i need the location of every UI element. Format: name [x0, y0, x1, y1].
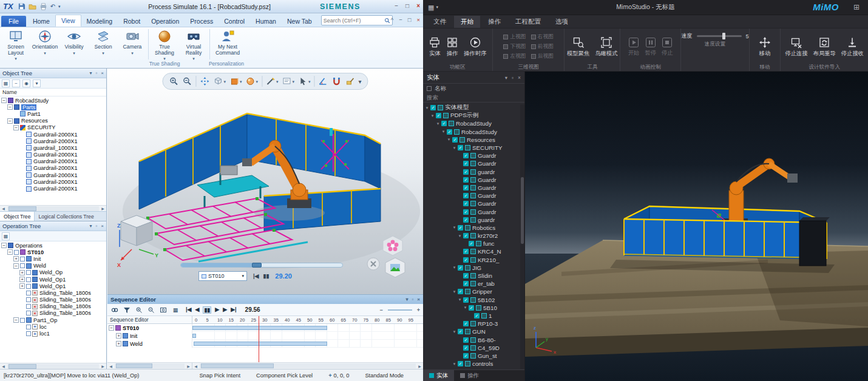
note-icon[interactable]	[282, 76, 292, 86]
entity-tree-item[interactable]: ✓Guardr	[423, 184, 524, 192]
tree-view-icon[interactable]: ▦	[2, 79, 10, 87]
timeline-zoom-out-icon[interactable]: −	[379, 307, 382, 313]
panel-menu-icon[interactable]: ▾	[89, 70, 92, 76]
scroll-thumb[interactable]	[8, 206, 36, 211]
checkbox-icon[interactable]: ✓	[458, 289, 463, 294]
pin-icon[interactable]: ▫	[95, 70, 97, 76]
entity-tree-item[interactable]: ✓Guardr	[423, 160, 524, 167]
tab-control[interactable]: Control	[219, 16, 250, 27]
menu-item-0[interactable]: 文件	[427, 16, 453, 28]
tree-item-guardrail-2000x1[interactable]: Guardrail-2000X1	[0, 158, 106, 165]
checkbox-icon[interactable]: ✓	[463, 177, 469, 183]
ribbon-collapse-icon[interactable]: ^	[391, 16, 393, 23]
filter-icon[interactable]	[123, 306, 131, 314]
tree-item-weld-op[interactable]: +Weld_Op	[0, 269, 106, 276]
scroll-right-icon[interactable]: ▶	[416, 363, 423, 369]
markup-icon[interactable]	[266, 76, 276, 86]
doc-restore-button[interactable]: □	[408, 16, 412, 23]
entity-tree-item[interactable]: ✓RP10-3	[423, 320, 524, 328]
seq-skip-start-button[interactable]: |◀	[186, 306, 191, 314]
tab-view[interactable]: View	[55, 15, 81, 27]
anim-pause-button[interactable]: 暂停	[645, 37, 656, 57]
tree-item-loc[interactable]: +loc	[0, 323, 106, 330]
entity-tree-item[interactable]: ✓B6-80-	[423, 335, 524, 343]
expander-icon[interactable]: +	[19, 270, 25, 275]
view-button-4[interactable]: 前视图	[531, 42, 554, 52]
checkbox-icon[interactable]	[26, 331, 31, 336]
entity-tree-item[interactable]: ▾✓Gripper	[423, 288, 524, 295]
minimize-button[interactable]: −	[395, 2, 398, 9]
entity-tree-item[interactable]: ✓C4_59D	[423, 344, 524, 352]
expander-icon[interactable]: −	[109, 325, 114, 331]
speed-slider-handle[interactable]	[722, 33, 725, 39]
checkbox-icon[interactable]	[26, 277, 31, 282]
menu-item-1[interactable]: 开始	[454, 16, 480, 28]
timeline-zoom-slider[interactable]	[388, 309, 412, 311]
doc-minimize-button[interactable]: −	[399, 16, 402, 23]
anim-start-button[interactable]: 开始	[628, 37, 640, 57]
slider-handle[interactable]	[252, 263, 262, 268]
entity-tree-item[interactable]: ✓Guardr	[423, 207, 524, 215]
view-button-0[interactable]: 上视图	[503, 33, 526, 42]
component-pick-level[interactable]: Component Pick Level	[256, 373, 313, 379]
expander-icon[interactable]: −	[1, 243, 7, 248]
maximize-button[interactable]: □	[405, 2, 409, 9]
expander-icon[interactable]: ▾	[430, 113, 435, 118]
checkbox-icon[interactable]	[26, 291, 31, 295]
collapse-all-icon[interactable]: −	[12, 79, 20, 87]
tree-item-security[interactable]: −SECURITY	[0, 124, 106, 131]
entity-tree-item[interactable]: ✓Slidin	[423, 272, 524, 280]
expander-icon[interactable]: −	[7, 118, 13, 124]
tree-view-icon[interactable]: ▦	[2, 232, 10, 240]
checkbox-icon[interactable]	[26, 311, 31, 315]
link-icon[interactable]	[110, 306, 119, 314]
expander-icon[interactable]: +	[13, 256, 19, 261]
timeline-playhead[interactable]	[259, 316, 259, 362]
scroll-thumb[interactable]	[116, 363, 152, 368]
expander-icon[interactable]: ▾	[452, 225, 457, 230]
search-input[interactable]	[324, 18, 384, 24]
checkbox-icon[interactable]: ✓	[463, 161, 469, 166]
checkbox-icon[interactable]	[26, 297, 31, 302]
panel-close-icon[interactable]: ×	[101, 223, 104, 229]
entity-tree-item[interactable]: ▾✓SECURITY	[423, 144, 524, 152]
expander-icon[interactable]: −	[13, 125, 19, 130]
tab-new-tab[interactable]: New Tab	[282, 16, 317, 27]
view-button-3[interactable]: 右视图	[531, 33, 554, 42]
checkbox-icon[interactable]: ✓	[430, 105, 436, 110]
undo-dropdown-icon[interactable]: ▾	[58, 4, 61, 9]
checkbox-icon[interactable]: ✓	[463, 257, 469, 263]
entity-tree-item[interactable]: ✓Gun_st	[423, 352, 524, 360]
entity-tree-item[interactable]: ✓Guardr	[423, 176, 524, 184]
tab-process[interactable]: Process	[185, 16, 219, 27]
flower-hex-button[interactable]	[383, 236, 402, 255]
checkbox-icon[interactable]	[26, 304, 31, 309]
checkbox-icon[interactable]: ✓	[436, 113, 441, 118]
checkbox-icon[interactable]: ✓	[474, 313, 480, 319]
my-next-command-button[interactable]: My Next Command	[212, 29, 243, 56]
scroll-right-icon[interactable]: ▶	[100, 206, 106, 212]
virtual-reality-button[interactable]: Virtual Reality▾	[180, 29, 208, 61]
scroll-thumb[interactable]	[8, 364, 36, 369]
expander-icon[interactable]: −	[7, 249, 13, 255]
tree-item-operations[interactable]: −Operations	[0, 242, 106, 249]
entity-tree-item[interactable]: ▾✓5B10	[423, 304, 524, 312]
tree-item-weld[interactable]: −Weld	[0, 263, 106, 269]
measure-icon[interactable]	[319, 76, 328, 86]
checkbox-icon[interactable]: ✓	[463, 297, 469, 303]
search-field[interactable]: 搜索	[423, 93, 524, 103]
pin-icon[interactable]: ▫	[512, 75, 514, 81]
screen-layout-button[interactable]: Screen Layout▾	[2, 29, 30, 61]
tab-operation[interactable]: Operation	[146, 16, 185, 27]
zoom-out-icon[interactable]	[182, 76, 192, 86]
layout-window-icon[interactable]: ⊞	[853, 3, 860, 12]
tree-item-guardrail-2000x1[interactable]: Guardrail-2000X1	[0, 172, 106, 178]
stop-connection-button[interactable]: 停止连接	[785, 36, 807, 58]
menu-item-4[interactable]: 选项	[549, 16, 575, 28]
operation-button[interactable]: 操作	[446, 36, 458, 58]
entity-tree-item[interactable]: ▾✓实体模型	[423, 104, 524, 112]
tab-modeling[interactable]: Modeling	[81, 16, 118, 27]
expander-icon[interactable]: ▾	[424, 106, 430, 110]
entity-tree-item[interactable]: ▾✓kr270r2	[423, 232, 524, 240]
expander-icon[interactable]: +	[116, 341, 121, 346]
